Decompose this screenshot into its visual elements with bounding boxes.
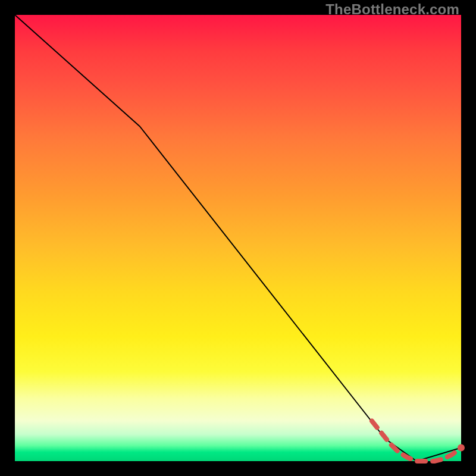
chart-container: TheBottleneck.com xyxy=(0,0,476,476)
curve-path xyxy=(15,15,461,461)
highlight-endpoint xyxy=(458,444,465,452)
highlight-path xyxy=(372,421,461,462)
highlight-line xyxy=(372,421,465,462)
curve-line xyxy=(15,15,461,461)
plot-area xyxy=(15,15,461,461)
plot-svg xyxy=(15,15,461,461)
